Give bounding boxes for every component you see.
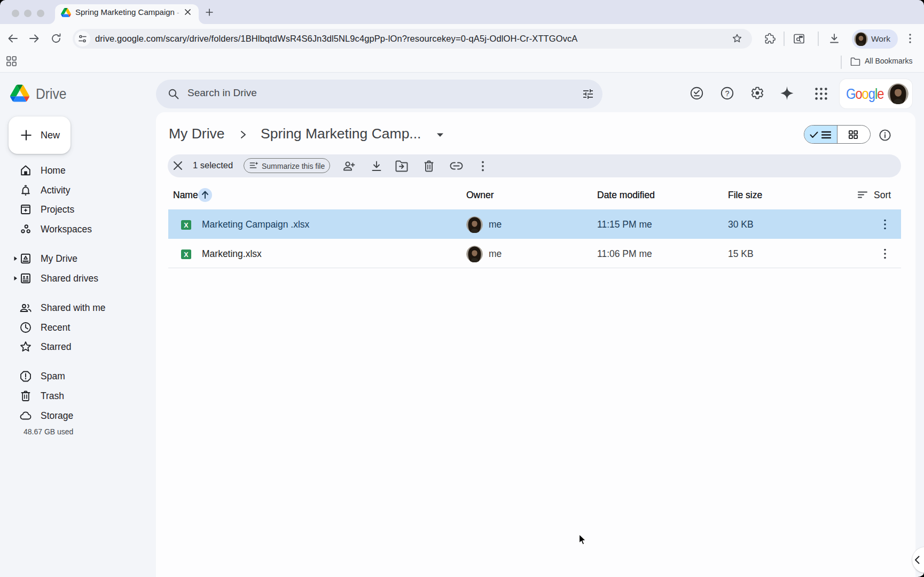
svg-text:X: X	[184, 222, 189, 229]
svg-text:X: X	[184, 251, 189, 259]
svg-text:?: ?	[725, 89, 729, 98]
